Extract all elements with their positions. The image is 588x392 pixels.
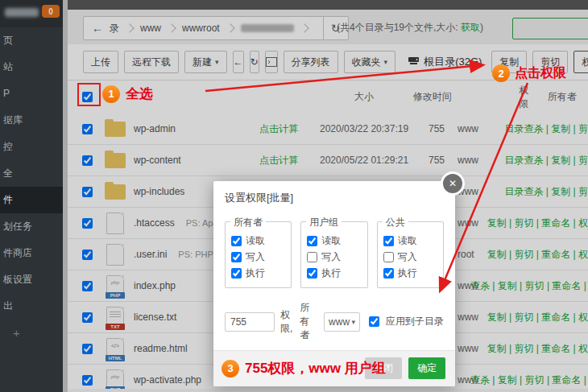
chevron-right-icon [226, 23, 234, 32]
apply-subdir-checkbox[interactable] [369, 316, 379, 327]
owner-read-checkbox[interactable] [231, 236, 242, 246]
group-write-checkbox[interactable] [307, 252, 317, 262]
favorites-label: 收藏夹 [352, 56, 381, 69]
sidebar-item-monitor[interactable]: 控 [0, 134, 63, 160]
file-name[interactable]: wp-includes [134, 186, 184, 197]
share-list-button[interactable]: 分享列表 [284, 51, 338, 73]
file-icon [106, 213, 124, 234]
html-file-icon: </>HTML [106, 338, 124, 360]
row-checkbox[interactable] [82, 218, 93, 229]
file-name[interactable]: .htaccess [134, 217, 175, 229]
sidebar-item-security[interactable]: 全 [0, 160, 63, 187]
row-actions[interactable]: 目录查杀 | 复制 | 剪切 [470, 154, 588, 167]
row-checkbox[interactable] [82, 250, 93, 260]
masked-site-folder[interactable] [241, 24, 294, 32]
row-actions[interactable]: 查杀 | 复制 | 剪切 | 重命名 | 权限 [470, 279, 588, 293]
root-disk-label: 根目录(32G) [424, 55, 482, 69]
remote-download-button[interactable]: 远程下载 [124, 51, 179, 73]
step2-badge: 2 [492, 64, 510, 82]
step2-text: 点击权限 [515, 65, 566, 82]
owner-select[interactable]: www▾ [324, 312, 360, 332]
file-mtime: 2020/05/22 01:29:21 [316, 155, 414, 166]
size-calc-link[interactable]: 点击计算 [250, 122, 316, 136]
search-input[interactable] [512, 18, 588, 39]
sidebar-scroll-track[interactable] [63, 0, 68, 392]
row-actions[interactable]: 复制 | 剪切 | 重命名 | 权限 [470, 217, 588, 230]
breadcrumb-wwwroot[interactable]: wwwroot [182, 23, 220, 34]
row-checkbox[interactable] [82, 312, 93, 323]
owner-exec-checkbox[interactable] [231, 268, 242, 279]
row-checkbox[interactable] [82, 187, 93, 197]
header-size[interactable]: 大小 [345, 90, 409, 104]
message-count-badge[interactable]: 0 [42, 5, 60, 18]
file-name[interactable]: index.php [134, 280, 176, 291]
php-file-icon: phpPHP [106, 369, 124, 391]
row-checkbox[interactable] [82, 375, 93, 386]
file-name[interactable]: wp-content [134, 155, 181, 166]
file-name[interactable]: wp-activate.php [134, 374, 201, 386]
table-row[interactable]: wp-content 点击计算 2020/05/22 01:29:21 755 … [68, 145, 588, 176]
breadcrumb: ← 录 www wwwroot ↻ [83, 16, 349, 40]
favorites-button[interactable]: 收藏夹▾ [344, 51, 396, 73]
row-actions[interactable]: 目录查杀 | 复制 | 剪切 [470, 122, 588, 136]
public-exec-checkbox[interactable] [383, 268, 394, 279]
sidebar-item-home[interactable]: 页 [0, 27, 63, 54]
sidebar-item-add[interactable]: + [0, 320, 63, 346]
sidebar-item-files[interactable]: 件 [0, 187, 63, 213]
row-actions[interactable]: 复制 | 剪切 | 重命名 | 权限 [470, 342, 588, 356]
header-perm[interactable]: 权限 [504, 84, 532, 111]
row-actions[interactable]: 复制 | 剪切 | 重命名 | 权限 [470, 311, 588, 324]
group-read-checkbox[interactable] [307, 236, 317, 246]
new-button[interactable]: 新建▾ [184, 51, 227, 73]
table-row[interactable]: wp-admin 点击计算 2020/03/22 20:37:19 755 ww… [68, 113, 588, 145]
row-checkbox[interactable] [82, 281, 93, 291]
row-actions[interactable]: 复制 | 剪切 | 重命名 | 权限 [470, 248, 588, 262]
back-icon[interactable]: ← [92, 22, 103, 35]
owner-write-checkbox[interactable] [231, 252, 242, 262]
go-back-button[interactable]: ← [233, 51, 244, 73]
caret-down-icon: ▾ [351, 318, 355, 326]
sidebar-header: 0 [0, 0, 63, 27]
calc-size-link[interactable]: 获取 [461, 22, 480, 33]
sidebar-item-logout[interactable]: 出 [0, 293, 63, 320]
confirm-button[interactable]: 确定 [408, 357, 445, 379]
row-checkbox[interactable] [82, 344, 93, 354]
sidebar-item-appstore[interactable]: 件商店 [0, 240, 63, 266]
apply-subdir-label: 应用到子目录 [386, 315, 444, 328]
dir-summary: (共4个目录与19个文件,大小: 获取) [337, 21, 483, 35]
breadcrumb-www[interactable]: www [140, 23, 161, 34]
sidebar-item-settings[interactable]: 板设置 [0, 266, 63, 293]
chevron-right-icon [167, 23, 176, 32]
close-icon[interactable]: ✕ [441, 171, 465, 196]
row-actions[interactable]: 目录查杀 | 复制 | 剪切 [470, 185, 588, 199]
header-owner[interactable]: 所有者 [533, 90, 588, 104]
group-exec-checkbox[interactable] [307, 268, 317, 279]
php-file-icon: phpPHP [106, 275, 124, 297]
dir-summary-text: (共4个目录与19个文件,大小: [337, 22, 461, 33]
file-name[interactable]: license.txt [134, 312, 176, 323]
group-legend: 公共 [383, 216, 408, 229]
row-checkbox[interactable] [82, 124, 93, 134]
root-disk[interactable]: 根目录(32G) [408, 55, 482, 69]
file-name[interactable]: .user.ini [134, 249, 167, 260]
public-read-checkbox[interactable] [383, 236, 394, 246]
public-write-checkbox[interactable] [383, 252, 394, 262]
row-checkbox[interactable] [82, 155, 93, 166]
new-label: 新建 [193, 56, 212, 69]
sidebar-item-database[interactable]: 据库 [0, 107, 63, 134]
file-name[interactable]: readme.html [134, 343, 188, 354]
sidebar-item-ftp[interactable]: P [0, 80, 63, 107]
sidebar-item-cron[interactable]: 划任务 [0, 213, 63, 240]
dir-summary-close: ) [480, 22, 483, 33]
file-name[interactable]: wp-admin [134, 123, 176, 134]
perm-value-input[interactable] [225, 312, 275, 332]
sidebar-item-site[interactable]: 站 [0, 54, 63, 80]
size-calc-link[interactable]: 点击计算 [250, 154, 316, 167]
refresh-button[interactable]: ↻ [250, 51, 259, 73]
permission-button[interactable]: 权限 [574, 51, 588, 73]
terminal-button[interactable] [265, 51, 278, 73]
header-mtime[interactable]: 修改时间 [409, 90, 504, 104]
upload-button[interactable]: 上传 [83, 51, 118, 73]
breadcrumb-root[interactable]: 录 [110, 22, 119, 35]
row-actions[interactable]: 查杀 | 复制 | 剪切 | 重命名 | 权限 [470, 373, 588, 387]
